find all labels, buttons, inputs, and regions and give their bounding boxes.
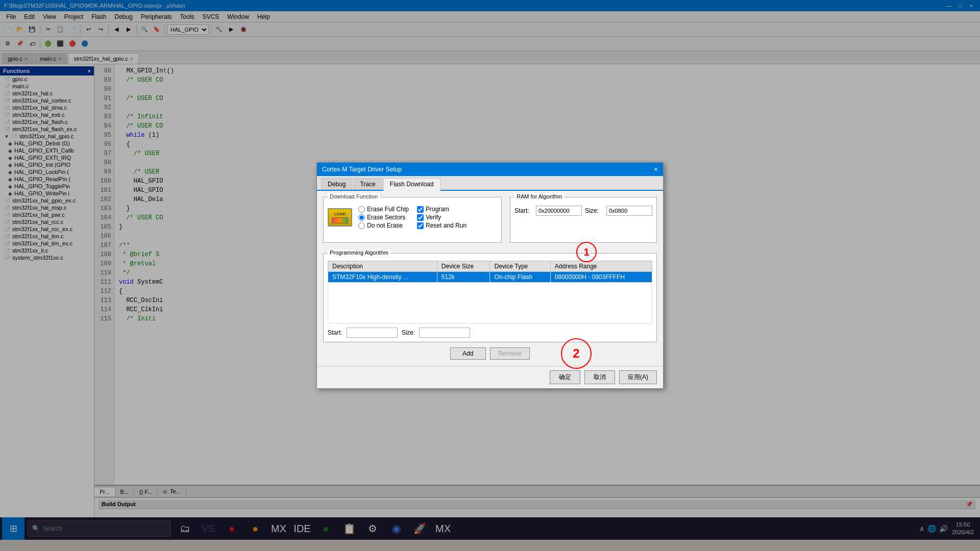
start-label: Start: [328, 329, 342, 336]
do-not-erase-text: Do not Erase [367, 222, 403, 229]
remove-button[interactable]: Remove [490, 347, 530, 360]
cell-description: STM32F10x High-density ... [328, 272, 437, 283]
size-input[interactable] [419, 328, 470, 338]
dialog-tab-flash[interactable]: Flash Download [383, 178, 440, 191]
prog-table-header-row: Description Device Size Device Type Addr… [328, 261, 652, 272]
ram-group: RAM for Algorithm Start: Size: [510, 197, 657, 243]
apply-button[interactable]: 应用(A) [619, 370, 657, 384]
reset-run-checkbox[interactable] [417, 222, 424, 229]
verify-checkbox[interactable] [417, 214, 424, 221]
prog-algo-title: Programming Algorithm [328, 249, 390, 256]
prog-table-body: STM32F10x High-density ... 512k On-chip … [328, 272, 652, 323]
ram-start-input[interactable] [536, 206, 582, 216]
col-device-size: Device Size [437, 261, 490, 272]
ram-start-row: Start: Size: [514, 206, 652, 216]
load-text: LOAD [334, 212, 346, 216]
size-label: Size: [402, 329, 415, 336]
erase-sectors-radio[interactable] [358, 214, 365, 221]
program-options: Program Verify Reset and Run [417, 206, 467, 229]
download-function-group: Download Function LOAD [323, 197, 502, 243]
erase-sectors-text: Erase Sectors [367, 214, 405, 221]
erase-full-chip-radio[interactable] [358, 206, 365, 213]
reset-run-label[interactable]: Reset and Run [417, 222, 467, 229]
add-remove-row: Add Remove [323, 347, 657, 360]
dialog-body: Download Function LOAD [317, 191, 663, 366]
empty-row [328, 283, 652, 323]
ram-size-input[interactable] [606, 206, 652, 216]
load-bar [332, 217, 348, 223]
start-input[interactable] [347, 328, 398, 338]
reset-run-text: Reset and Run [426, 222, 467, 229]
ram-size-label: Size: [585, 207, 603, 214]
program-label[interactable]: Program [417, 206, 467, 213]
ram-title: RAM for Algorithm [514, 193, 564, 199]
verify-label[interactable]: Verify [417, 214, 467, 221]
erase-full-chip-text: Erase Full Chip [367, 206, 409, 213]
dialog: Cortex-M Target Driver Setup × Debug Tra… [316, 162, 664, 389]
dialog-tab-bar: Debug Trace Flash Download [317, 176, 663, 191]
dialog-footer: 确定 取消 应用(A) [317, 366, 663, 388]
dialog-title: Cortex-M Target Driver Setup [322, 166, 402, 173]
dialog-title-bar: Cortex-M Target Driver Setup × [317, 163, 663, 176]
cell-address-range: 08000000H - 0803FFFFH [550, 272, 652, 283]
download-function-title: Download Function [328, 193, 380, 199]
modal-overlay: Cortex-M Target Driver Setup × Debug Tra… [0, 0, 980, 551]
cell-device-type: On-chip Flash [490, 272, 550, 283]
ok-button[interactable]: 确定 [550, 370, 580, 384]
verify-text: Verify [426, 214, 441, 221]
add-button[interactable]: Add [450, 347, 486, 360]
col-address-range: Address Range [550, 261, 652, 272]
prog-table: Description Device Size Device Type Addr… [328, 261, 652, 323]
load-icon: LOAD [328, 208, 352, 227]
do-not-erase-radio[interactable] [358, 222, 365, 229]
col-description: Description [328, 261, 437, 272]
dialog-tab-debug[interactable]: Debug [321, 178, 352, 190]
start-size-row: Start: Size: [328, 328, 652, 338]
cell-device-size: 512k [437, 272, 490, 283]
erase-sectors-label[interactable]: Erase Sectors [358, 214, 409, 221]
cancel-button[interactable]: 取消 [584, 370, 615, 384]
table-row[interactable]: STM32F10x High-density ... 512k On-chip … [328, 272, 652, 283]
program-text: Program [426, 206, 449, 213]
prog-table-head: Description Device Size Device Type Addr… [328, 261, 652, 272]
erase-options: Erase Full Chip Erase Sectors Do not Era… [358, 206, 409, 229]
prog-algo-group: Programming Algorithm Description Device… [323, 253, 657, 342]
do-not-erase-label[interactable]: Do not Erase [358, 222, 409, 229]
program-checkbox[interactable] [417, 206, 424, 213]
dialog-tab-trace[interactable]: Trace [353, 178, 382, 190]
ram-start-label: Start: [514, 207, 533, 214]
col-device-type: Device Type [490, 261, 550, 272]
erase-full-chip-label[interactable]: Erase Full Chip [358, 206, 409, 213]
dialog-close-button[interactable]: × [654, 166, 658, 173]
load-icon-container: LOAD [328, 208, 352, 227]
